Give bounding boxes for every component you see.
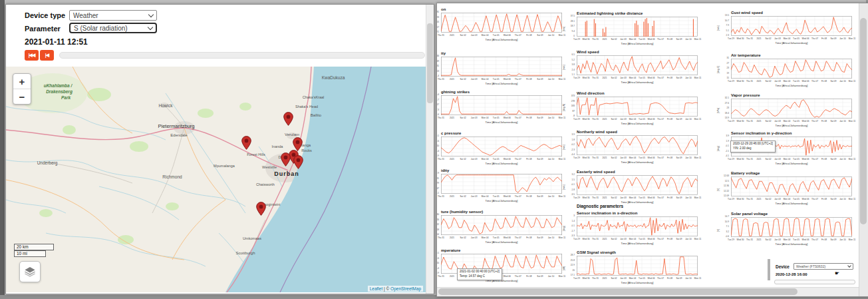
vertical-scrollbar[interactable] <box>859 3 868 296</box>
chart-title: ity <box>441 51 446 55</box>
chart-title: Vapor pressure <box>731 93 760 97</box>
chart-plot[interactable] <box>577 175 698 195</box>
chart-vapor-pressure: Vapor pressure13.918.42327.632.1[hPa]Tue… <box>690 93 856 131</box>
x-tick-label: Tue 05 <box>493 195 500 198</box>
horizontal-scrollbar-thumb[interactable] <box>438 288 797 295</box>
x-tick-label: Mon 04 <box>629 156 637 159</box>
chart-northerly-wind-speed: Northerly wind speed-4.4-2.3-0.21.83.9[m… <box>535 130 702 167</box>
x-tick-label: Thu 07 <box>515 236 521 239</box>
x-tick-label: Wed 30 <box>737 238 744 241</box>
y-tick-label: 10.9 <box>725 221 729 223</box>
x-tick-label: Fri 08 <box>821 198 827 200</box>
x-tick-label: Jan 03 <box>471 158 478 160</box>
map-marker[interactable] <box>293 137 303 151</box>
chart-plot[interactable] <box>577 135 698 155</box>
x-tick-label: Mon 04 <box>482 195 489 198</box>
vertical-scrollbar-thumb[interactable] <box>860 18 867 224</box>
chart-x-ticks: Tue 29Wed 30Thu 312021Sat 02Jan 03Mon 04… <box>577 277 698 280</box>
y-tick-label: 23 <box>726 107 729 109</box>
x-tick-label: Thu 31 <box>746 238 753 241</box>
x-tick-label: Thu 31 <box>746 37 753 40</box>
x-tick-label: 2021 <box>602 196 607 199</box>
layers-control-button[interactable] <box>19 261 41 282</box>
x-tick-label: Wed 06 <box>802 120 809 123</box>
chart-plot[interactable] <box>731 59 852 79</box>
device-select[interactable]: Weather (FTS0632) <box>794 263 853 270</box>
x-tick-label: 2021 <box>450 117 454 119</box>
chart-title: Solar panel voltage <box>731 212 768 216</box>
device-time-slider[interactable] <box>774 280 855 284</box>
chart-plot[interactable] <box>731 16 852 36</box>
y-tick-label: -1.8 <box>571 189 575 191</box>
x-tick-label: Fri 08 <box>526 158 531 160</box>
chart-x-label: Time [Africa/Johannesburg] <box>577 42 698 45</box>
chart-plot[interactable] <box>731 99 852 119</box>
x-tick-label: Wed 30 <box>583 196 590 199</box>
zoom-in-button[interactable]: + <box>13 74 31 89</box>
chart-y-unit: [dB] <box>563 266 565 270</box>
x-tick-label: Mon 04 <box>784 120 791 123</box>
leaflet-link[interactable]: Leaflet <box>370 286 383 291</box>
map-marker[interactable] <box>293 155 303 169</box>
x-tick-label: Sat 02 <box>460 158 466 160</box>
parameter-select[interactable]: S (Solar radiation) <box>69 23 157 33</box>
chart-plot[interactable] <box>577 55 698 75</box>
map-marker[interactable] <box>256 202 266 216</box>
chart-plot[interactable] <box>731 176 852 196</box>
x-tick-label: Wed 06 <box>504 158 511 160</box>
openstreetmap-link[interactable]: OpenStreetMap <box>390 286 421 291</box>
x-tick-label: Sat 09 <box>676 238 682 240</box>
x-tick-label: Wed 06 <box>648 77 655 79</box>
x-tick-label: Tue 29 <box>573 196 580 199</box>
x-tick-label: 2021 <box>602 156 607 159</box>
x-tick-label: Jan 03 <box>620 156 627 159</box>
x-tick-label: Thu 31 <box>746 158 753 160</box>
x-tick-label: Fri 08 <box>667 238 672 240</box>
map-marker[interactable] <box>281 152 291 166</box>
chart-plot[interactable] <box>577 17 698 37</box>
chart-estimated-lightning-strike-distance: Estimated lightning strike distance09.41… <box>535 11 702 49</box>
chart-air-temperature: Air temperature1519232731[deg C]Tue 29We… <box>690 53 856 91</box>
y-tick-label: 22.9 <box>571 264 575 266</box>
pointer-hand-icon[interactable]: ☛ <box>835 270 839 276</box>
x-tick-label: Tue 05 <box>493 158 500 160</box>
horizontal-scrollbar[interactable] <box>437 287 859 296</box>
time-slider[interactable] <box>59 52 425 59</box>
map-window-scrollbar[interactable] <box>426 5 434 294</box>
chart-plot[interactable] <box>577 97 698 117</box>
device-type-label: Device type <box>25 11 65 19</box>
map-window-scrollbar-thumb[interactable] <box>427 23 433 103</box>
x-tick-label: Tue 05 <box>639 118 645 121</box>
chart-plot[interactable] <box>577 216 698 236</box>
zoom-out-button[interactable]: − <box>13 89 31 104</box>
x-tick-label: Thu 07 <box>515 195 521 198</box>
device-type-select[interactable]: Weather <box>69 10 157 21</box>
x-tick-label: Tue 29 <box>573 38 580 41</box>
x-tick-label: Wed 06 <box>648 118 655 121</box>
chart-x-label: Time [Africa/Johannesburg] <box>577 122 698 125</box>
y-tick-label: 66 <box>436 55 439 57</box>
y-tick-label: 9.4 <box>572 31 575 33</box>
step-back-button[interactable]: |◀ <box>40 50 54 61</box>
chart-x-label: Time [Africa/Johannesburg] <box>577 242 698 245</box>
chart-y-unit: [V] <box>717 229 720 232</box>
panel-resize-handle[interactable] <box>768 259 770 280</box>
chart-plot[interactable] <box>577 256 698 276</box>
device-select-value: Weather (FTS0632) <box>796 264 825 268</box>
chart-y-unit: [m/s] <box>563 184 565 190</box>
chart-plot[interactable] <box>731 217 852 237</box>
x-tick-label: Wed 06 <box>648 277 655 280</box>
map-marker[interactable] <box>283 112 293 126</box>
parameter-label: Parameter <box>25 25 61 33</box>
skip-to-start-button[interactable]: |◀◀ <box>25 50 39 61</box>
x-tick-label: Fri 08 <box>526 275 531 278</box>
chart-x-label: Time [Africa/Johannesburg] <box>731 41 852 45</box>
map-marker[interactable] <box>241 136 251 150</box>
map-canvas[interactable]: uKhahlamba /DrakensbergParkHowickPieterm… <box>6 67 432 292</box>
chart-x-label: Time [Africa/Johannesburg] <box>577 81 698 84</box>
y-tick-label: 28.7 <box>571 254 575 256</box>
chart-y-unit: [deg] <box>717 146 720 151</box>
chart-y-axis: 12.0912.2212.3612.512.63 <box>712 176 730 196</box>
chart-y-axis: -4.4-2.3-0.21.83.9 <box>558 135 575 155</box>
y-tick-label: -1.7 <box>571 230 575 232</box>
